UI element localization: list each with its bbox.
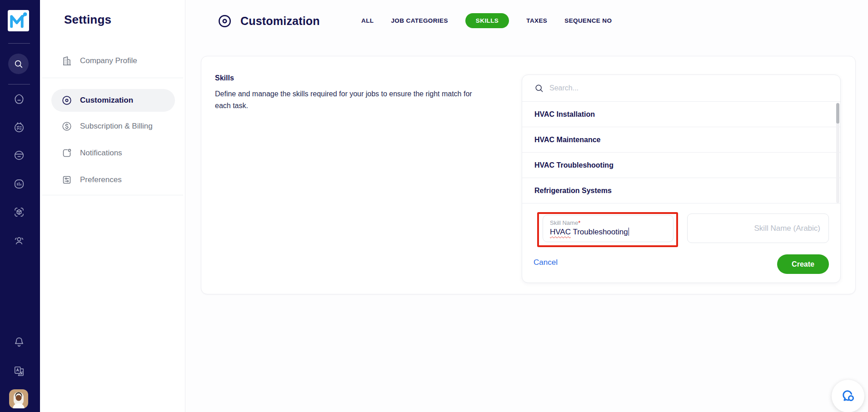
dispatch-icon[interactable] xyxy=(13,149,25,161)
skills-panel: HVAC Installation HVAC Maintenance HVAC … xyxy=(522,74,841,283)
skill-name-arabic-field[interactable] xyxy=(687,213,829,243)
skill-name: HVAC Installation xyxy=(534,110,595,119)
skills-search-row xyxy=(522,75,840,102)
sidebar-item-company-profile[interactable]: Company Profile xyxy=(51,50,175,72)
required-asterisk: * xyxy=(578,219,580,226)
avatar[interactable] xyxy=(9,389,28,408)
list-item-skill[interactable]: HVAC Installation xyxy=(522,102,840,127)
tab-skills[interactable]: SKILLS xyxy=(465,13,509,28)
search-icon xyxy=(534,84,544,93)
translate-icon[interactable] xyxy=(13,365,25,377)
logo-m-icon xyxy=(8,10,29,31)
home-icon[interactable] xyxy=(13,93,25,105)
text-cursor xyxy=(629,228,629,236)
tab-job-categories[interactable]: JOB CATEGORIES xyxy=(391,17,448,24)
tab-all[interactable]: ALL xyxy=(361,17,374,24)
skill-name-label: Skill Name* xyxy=(550,219,666,226)
team-icon[interactable] xyxy=(13,235,25,247)
sidebar-divider xyxy=(42,195,183,195)
preferences-icon xyxy=(61,174,72,185)
tasks-icon[interactable] xyxy=(13,121,25,133)
skill-name: HVAC Maintenance xyxy=(534,136,601,144)
skill-name-field[interactable]: Skill Name* HVAC Troubleshooting xyxy=(543,215,673,242)
cancel-button[interactable]: Cancel xyxy=(534,258,558,267)
skill-name-value: HVAC Troubleshooting xyxy=(550,228,666,237)
section-description: Define and manage the skills required fo… xyxy=(215,88,481,112)
sidebar-item-label: Company Profile xyxy=(80,56,137,65)
building-icon xyxy=(61,55,72,66)
sidebar-item-label: Notifications xyxy=(80,149,122,158)
section-title: Skills xyxy=(215,74,234,82)
sidebar-item-label: Subscription & Billing xyxy=(80,122,153,131)
dollar-circle-icon xyxy=(61,121,72,132)
scrollbar-thumb[interactable] xyxy=(836,103,839,124)
assets-icon[interactable] xyxy=(13,206,25,218)
rail-divider xyxy=(8,43,30,44)
sidebar-item-label: Preferences xyxy=(80,175,122,184)
settings-sidebar: Settings Company Profile Customization S… xyxy=(40,0,185,412)
skills-card: Skills Define and manage the skills requ… xyxy=(201,56,856,294)
list-item-skill[interactable]: HVAC Troubleshooting xyxy=(522,153,840,178)
bell-icon[interactable] xyxy=(13,336,25,348)
page-header: Customization xyxy=(217,14,320,29)
sidebar-item-customization[interactable]: Customization xyxy=(51,89,175,112)
reports-icon[interactable] xyxy=(13,178,25,190)
tab-bar: ALL JOB CATEGORIES SKILLS TAXES SEQUENCE… xyxy=(361,12,612,29)
list-item-skill[interactable]: HVAC Maintenance xyxy=(522,127,840,153)
customization-target-icon xyxy=(217,14,232,29)
skill-name: HVAC Troubleshooting xyxy=(534,161,614,169)
tab-sequence-no[interactable]: SEQUENCE NO xyxy=(564,17,612,24)
skill-name: Refrigeration Systems xyxy=(534,187,612,195)
notification-icon xyxy=(61,148,72,159)
page-title: Customization xyxy=(240,15,320,28)
sidebar-title: Settings xyxy=(64,13,111,27)
chat-icon xyxy=(840,388,856,404)
create-button[interactable]: Create xyxy=(777,254,829,274)
search-input[interactable] xyxy=(549,84,804,92)
sidebar-item-notifications[interactable]: Notifications xyxy=(51,142,175,164)
sidebar-item-preferences[interactable]: Preferences xyxy=(51,169,175,191)
sidebar-item-subscription-billing[interactable]: Subscription & Billing xyxy=(51,115,175,138)
target-icon xyxy=(61,95,72,106)
tab-taxes[interactable]: TAXES xyxy=(526,17,547,24)
app-rail xyxy=(0,0,40,412)
list-item-skill[interactable]: Refrigeration Systems xyxy=(522,178,840,204)
search-icon[interactable] xyxy=(8,54,29,74)
sidebar-item-label: Customization xyxy=(80,96,133,105)
scrollbar-track[interactable] xyxy=(836,103,839,203)
app-logo[interactable] xyxy=(8,10,29,31)
sidebar-divider xyxy=(42,78,183,78)
rail-divider xyxy=(8,84,30,84)
chat-fab[interactable] xyxy=(832,380,864,412)
